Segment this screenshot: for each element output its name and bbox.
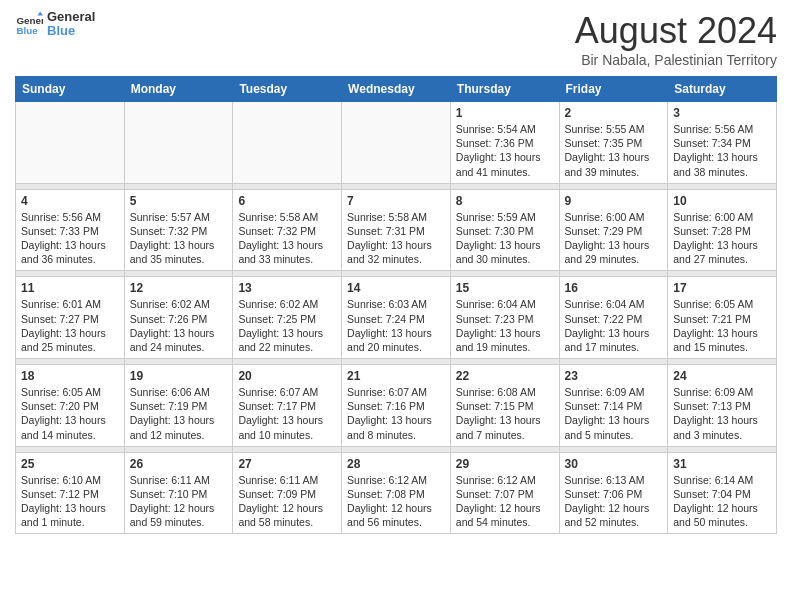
month-title: August 2024 bbox=[575, 10, 777, 52]
day-number: 24 bbox=[673, 369, 771, 383]
day-cell: 18Sunrise: 6:05 AMSunset: 7:20 PMDayligh… bbox=[16, 365, 125, 447]
week-row-4: 25Sunrise: 6:10 AMSunset: 7:12 PMDayligh… bbox=[16, 452, 777, 534]
day-info: Sunrise: 5:58 AMSunset: 7:32 PMDaylight:… bbox=[238, 210, 336, 267]
day-info: Sunrise: 5:54 AMSunset: 7:36 PMDaylight:… bbox=[456, 122, 554, 179]
day-info: Sunrise: 5:56 AMSunset: 7:34 PMDaylight:… bbox=[673, 122, 771, 179]
weekday-header-wednesday: Wednesday bbox=[342, 77, 451, 102]
day-info: Sunrise: 6:04 AMSunset: 7:22 PMDaylight:… bbox=[565, 297, 663, 354]
day-cell: 27Sunrise: 6:11 AMSunset: 7:09 PMDayligh… bbox=[233, 452, 342, 534]
calendar-table: SundayMondayTuesdayWednesdayThursdayFrid… bbox=[15, 76, 777, 534]
day-cell: 4Sunrise: 5:56 AMSunset: 7:33 PMDaylight… bbox=[16, 189, 125, 271]
day-cell bbox=[124, 102, 233, 184]
day-info: Sunrise: 5:59 AMSunset: 7:30 PMDaylight:… bbox=[456, 210, 554, 267]
day-cell: 20Sunrise: 6:07 AMSunset: 7:17 PMDayligh… bbox=[233, 365, 342, 447]
day-number: 30 bbox=[565, 457, 663, 471]
day-info: Sunrise: 5:55 AMSunset: 7:35 PMDaylight:… bbox=[565, 122, 663, 179]
day-cell: 21Sunrise: 6:07 AMSunset: 7:16 PMDayligh… bbox=[342, 365, 451, 447]
day-number: 25 bbox=[21, 457, 119, 471]
day-number: 12 bbox=[130, 281, 228, 295]
day-info: Sunrise: 6:07 AMSunset: 7:16 PMDaylight:… bbox=[347, 385, 445, 442]
day-number: 13 bbox=[238, 281, 336, 295]
day-info: Sunrise: 6:05 AMSunset: 7:21 PMDaylight:… bbox=[673, 297, 771, 354]
svg-text:Blue: Blue bbox=[16, 25, 38, 36]
day-cell bbox=[233, 102, 342, 184]
day-cell: 25Sunrise: 6:10 AMSunset: 7:12 PMDayligh… bbox=[16, 452, 125, 534]
day-number: 22 bbox=[456, 369, 554, 383]
day-info: Sunrise: 5:58 AMSunset: 7:31 PMDaylight:… bbox=[347, 210, 445, 267]
day-number: 16 bbox=[565, 281, 663, 295]
day-cell: 28Sunrise: 6:12 AMSunset: 7:08 PMDayligh… bbox=[342, 452, 451, 534]
day-info: Sunrise: 6:09 AMSunset: 7:14 PMDaylight:… bbox=[565, 385, 663, 442]
day-number: 29 bbox=[456, 457, 554, 471]
day-info: Sunrise: 6:03 AMSunset: 7:24 PMDaylight:… bbox=[347, 297, 445, 354]
day-number: 31 bbox=[673, 457, 771, 471]
day-cell: 24Sunrise: 6:09 AMSunset: 7:13 PMDayligh… bbox=[668, 365, 777, 447]
day-cell bbox=[342, 102, 451, 184]
logo-line2: Blue bbox=[47, 24, 95, 38]
logo-text: General Blue bbox=[47, 10, 95, 39]
day-cell: 31Sunrise: 6:14 AMSunset: 7:04 PMDayligh… bbox=[668, 452, 777, 534]
day-info: Sunrise: 6:11 AMSunset: 7:10 PMDaylight:… bbox=[130, 473, 228, 530]
day-cell: 14Sunrise: 6:03 AMSunset: 7:24 PMDayligh… bbox=[342, 277, 451, 359]
day-info: Sunrise: 6:09 AMSunset: 7:13 PMDaylight:… bbox=[673, 385, 771, 442]
day-info: Sunrise: 6:04 AMSunset: 7:23 PMDaylight:… bbox=[456, 297, 554, 354]
day-cell: 6Sunrise: 5:58 AMSunset: 7:32 PMDaylight… bbox=[233, 189, 342, 271]
weekday-header-row: SundayMondayTuesdayWednesdayThursdayFrid… bbox=[16, 77, 777, 102]
weekday-header-saturday: Saturday bbox=[668, 77, 777, 102]
day-info: Sunrise: 6:12 AMSunset: 7:08 PMDaylight:… bbox=[347, 473, 445, 530]
week-row-2: 11Sunrise: 6:01 AMSunset: 7:27 PMDayligh… bbox=[16, 277, 777, 359]
week-row-1: 4Sunrise: 5:56 AMSunset: 7:33 PMDaylight… bbox=[16, 189, 777, 271]
day-number: 21 bbox=[347, 369, 445, 383]
weekday-header-sunday: Sunday bbox=[16, 77, 125, 102]
title-area: August 2024 Bir Nabala, Palestinian Terr… bbox=[575, 10, 777, 68]
day-cell: 3Sunrise: 5:56 AMSunset: 7:34 PMDaylight… bbox=[668, 102, 777, 184]
logo: General Blue General Blue bbox=[15, 10, 95, 39]
location: Bir Nabala, Palestinian Territory bbox=[575, 52, 777, 68]
day-number: 27 bbox=[238, 457, 336, 471]
day-cell: 5Sunrise: 5:57 AMSunset: 7:32 PMDaylight… bbox=[124, 189, 233, 271]
page-header: General Blue General Blue August 2024 Bi… bbox=[15, 10, 777, 68]
day-cell: 9Sunrise: 6:00 AMSunset: 7:29 PMDaylight… bbox=[559, 189, 668, 271]
weekday-header-thursday: Thursday bbox=[450, 77, 559, 102]
svg-marker-2 bbox=[37, 12, 43, 16]
day-number: 7 bbox=[347, 194, 445, 208]
day-info: Sunrise: 6:08 AMSunset: 7:15 PMDaylight:… bbox=[456, 385, 554, 442]
day-cell: 8Sunrise: 5:59 AMSunset: 7:30 PMDaylight… bbox=[450, 189, 559, 271]
day-cell: 1Sunrise: 5:54 AMSunset: 7:36 PMDaylight… bbox=[450, 102, 559, 184]
day-info: Sunrise: 5:56 AMSunset: 7:33 PMDaylight:… bbox=[21, 210, 119, 267]
day-cell: 12Sunrise: 6:02 AMSunset: 7:26 PMDayligh… bbox=[124, 277, 233, 359]
day-number: 19 bbox=[130, 369, 228, 383]
day-info: Sunrise: 6:00 AMSunset: 7:29 PMDaylight:… bbox=[565, 210, 663, 267]
day-cell: 15Sunrise: 6:04 AMSunset: 7:23 PMDayligh… bbox=[450, 277, 559, 359]
weekday-header-friday: Friday bbox=[559, 77, 668, 102]
day-number: 17 bbox=[673, 281, 771, 295]
day-number: 18 bbox=[21, 369, 119, 383]
day-info: Sunrise: 6:02 AMSunset: 7:26 PMDaylight:… bbox=[130, 297, 228, 354]
day-number: 3 bbox=[673, 106, 771, 120]
logo-icon: General Blue bbox=[15, 10, 43, 38]
week-row-3: 18Sunrise: 6:05 AMSunset: 7:20 PMDayligh… bbox=[16, 365, 777, 447]
day-cell: 30Sunrise: 6:13 AMSunset: 7:06 PMDayligh… bbox=[559, 452, 668, 534]
day-number: 1 bbox=[456, 106, 554, 120]
day-cell: 19Sunrise: 6:06 AMSunset: 7:19 PMDayligh… bbox=[124, 365, 233, 447]
day-number: 11 bbox=[21, 281, 119, 295]
day-info: Sunrise: 6:13 AMSunset: 7:06 PMDaylight:… bbox=[565, 473, 663, 530]
day-info: Sunrise: 6:05 AMSunset: 7:20 PMDaylight:… bbox=[21, 385, 119, 442]
day-number: 4 bbox=[21, 194, 119, 208]
day-cell: 2Sunrise: 5:55 AMSunset: 7:35 PMDaylight… bbox=[559, 102, 668, 184]
day-info: Sunrise: 6:06 AMSunset: 7:19 PMDaylight:… bbox=[130, 385, 228, 442]
day-number: 14 bbox=[347, 281, 445, 295]
day-info: Sunrise: 6:11 AMSunset: 7:09 PMDaylight:… bbox=[238, 473, 336, 530]
day-info: Sunrise: 6:14 AMSunset: 7:04 PMDaylight:… bbox=[673, 473, 771, 530]
day-info: Sunrise: 6:01 AMSunset: 7:27 PMDaylight:… bbox=[21, 297, 119, 354]
day-number: 6 bbox=[238, 194, 336, 208]
day-info: Sunrise: 6:02 AMSunset: 7:25 PMDaylight:… bbox=[238, 297, 336, 354]
weekday-header-tuesday: Tuesday bbox=[233, 77, 342, 102]
day-number: 28 bbox=[347, 457, 445, 471]
day-number: 5 bbox=[130, 194, 228, 208]
day-number: 9 bbox=[565, 194, 663, 208]
day-number: 10 bbox=[673, 194, 771, 208]
day-number: 26 bbox=[130, 457, 228, 471]
day-number: 15 bbox=[456, 281, 554, 295]
day-cell: 13Sunrise: 6:02 AMSunset: 7:25 PMDayligh… bbox=[233, 277, 342, 359]
